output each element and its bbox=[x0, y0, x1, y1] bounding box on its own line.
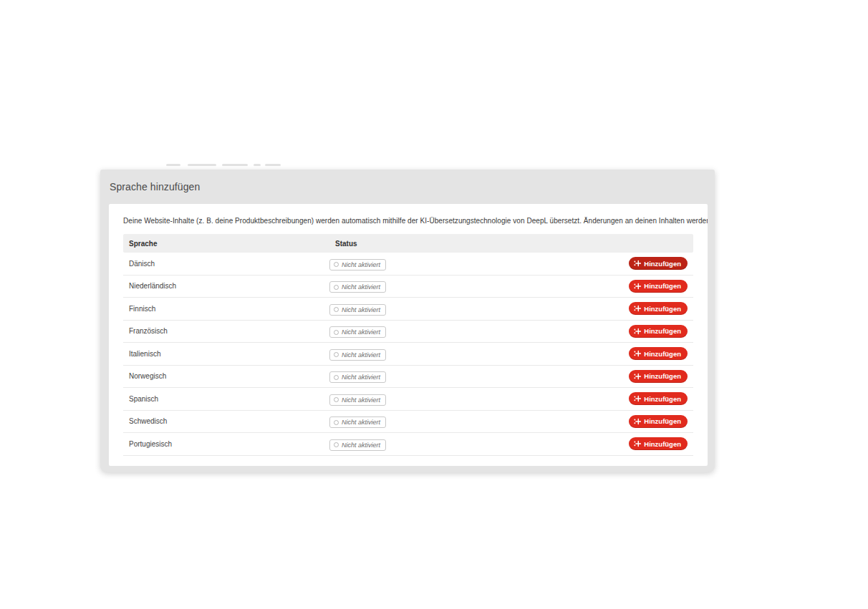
status-badge-label: Nicht aktiviert bbox=[342, 261, 380, 268]
status-badge-label: Nicht aktiviert bbox=[342, 328, 380, 336]
status-badge: Nicht aktiviert bbox=[329, 416, 386, 428]
add-button-label: Hinzufügen bbox=[644, 395, 681, 403]
add-language-button[interactable]: Hinzufügen bbox=[629, 437, 688, 450]
add-button-label: Hinzufügen bbox=[644, 327, 681, 335]
add-button-label: Hinzufügen bbox=[644, 372, 681, 380]
status-cell: Nicht aktiviert bbox=[329, 325, 629, 338]
status-cell: Nicht aktiviert bbox=[329, 280, 629, 293]
table-row: Schwedisch Nicht aktiviert Hinzufügen bbox=[123, 411, 693, 434]
status-badge-label: Nicht aktiviert bbox=[342, 374, 380, 381]
language-label: Finnisch bbox=[129, 305, 329, 313]
add-plus-icon bbox=[634, 305, 641, 312]
table-row: Italienisch Nicht aktiviert Hinzufügen bbox=[123, 343, 693, 366]
status-cell: Nicht aktiviert bbox=[329, 392, 629, 406]
column-header-language: Sprache bbox=[129, 240, 335, 248]
status-circle-icon bbox=[334, 307, 339, 312]
add-language-button[interactable]: Hinzufügen bbox=[629, 415, 688, 428]
table-row: Spanisch Nicht aktiviert Hinzufügen bbox=[123, 388, 693, 411]
add-plus-icon bbox=[634, 350, 641, 357]
add-plus-icon bbox=[634, 260, 641, 267]
status-badge-label: Nicht aktiviert bbox=[342, 396, 380, 404]
add-language-button[interactable]: Hinzufügen bbox=[629, 257, 688, 270]
language-label: Portugiesisch bbox=[129, 440, 329, 448]
add-language-button[interactable]: Hinzufügen bbox=[629, 280, 688, 293]
add-plus-icon bbox=[634, 283, 641, 290]
add-language-button[interactable]: Hinzufügen bbox=[629, 370, 688, 383]
add-plus-icon bbox=[634, 373, 641, 380]
description-row: Deine Website-Inhalte (z. B. deine Produ… bbox=[123, 217, 693, 225]
status-circle-icon bbox=[334, 262, 339, 267]
background-text-fragment bbox=[222, 164, 248, 166]
table-header: Sprache Status bbox=[123, 234, 693, 253]
status-cell: Nicht aktiviert bbox=[329, 370, 629, 384]
status-badge: Nicht aktiviert bbox=[329, 304, 386, 316]
background-text-fragment bbox=[166, 164, 180, 166]
language-label: Französisch bbox=[129, 327, 329, 335]
status-badge: Nicht aktiviert bbox=[329, 326, 386, 338]
add-button-label: Hinzufügen bbox=[644, 260, 681, 268]
modal-title: Sprache hinzufügen bbox=[110, 181, 200, 193]
status-circle-icon bbox=[334, 397, 339, 402]
language-label: Schwedisch bbox=[129, 417, 329, 425]
status-cell: Nicht aktiviert bbox=[329, 415, 629, 429]
language-label: Spanisch bbox=[129, 395, 329, 403]
add-language-modal: Sprache hinzufügen Deine Website-Inhalte… bbox=[100, 170, 715, 472]
add-language-button[interactable]: Hinzufügen bbox=[629, 392, 688, 405]
status-badge-label: Nicht aktiviert bbox=[342, 306, 380, 313]
add-button-label: Hinzufügen bbox=[644, 417, 681, 425]
background-text-fragment bbox=[188, 164, 216, 166]
table-row: Französisch Nicht aktiviert Hinzufügen bbox=[123, 321, 693, 344]
status-badge: Nicht aktiviert bbox=[329, 371, 386, 383]
status-circle-icon bbox=[334, 442, 339, 447]
table-row: Norwegisch Nicht aktiviert Hinzufügen bbox=[123, 366, 693, 389]
status-cell: Nicht aktiviert bbox=[329, 302, 629, 316]
add-button-label: Hinzufügen bbox=[644, 282, 681, 290]
add-language-button[interactable]: Hinzufügen bbox=[629, 347, 688, 360]
status-cell: Nicht aktiviert bbox=[329, 437, 629, 451]
add-plus-icon bbox=[634, 395, 641, 402]
status-cell: Nicht aktiviert bbox=[329, 347, 629, 361]
languages-table: Sprache Status Dänisch Nicht aktiviert H… bbox=[123, 234, 693, 456]
status-badge: Nicht aktiviert bbox=[329, 394, 386, 406]
status-badge: Nicht aktiviert bbox=[329, 439, 386, 451]
description-text: Deine Website-Inhalte (z. B. deine Produ… bbox=[123, 217, 708, 225]
status-badge-label: Nicht aktiviert bbox=[342, 283, 380, 291]
add-button-label: Hinzufügen bbox=[644, 305, 681, 313]
status-badge-label: Nicht aktiviert bbox=[342, 351, 380, 359]
table-row: Finnisch Nicht aktiviert Hinzufügen bbox=[123, 298, 693, 321]
column-header-status: Status bbox=[335, 240, 688, 248]
language-label: Niederländisch bbox=[129, 282, 329, 290]
status-badge: Nicht aktiviert bbox=[329, 349, 386, 361]
add-button-label: Hinzufügen bbox=[644, 350, 681, 358]
language-rows: Dänisch Nicht aktiviert Hinzufügen Niede… bbox=[123, 253, 693, 456]
table-row: Niederländisch Nicht aktiviert Hinzufüge… bbox=[123, 276, 693, 298]
add-language-button[interactable]: Hinzufügen bbox=[629, 325, 688, 338]
background-text-fragment bbox=[254, 164, 261, 166]
status-circle-icon bbox=[334, 420, 339, 425]
language-label: Norwegisch bbox=[129, 372, 329, 380]
table-row: Dänisch Nicht aktiviert Hinzufügen bbox=[123, 253, 693, 276]
modal-header: Sprache hinzufügen bbox=[100, 170, 715, 204]
status-circle-icon bbox=[334, 285, 339, 290]
language-label: Italienisch bbox=[129, 350, 329, 358]
status-circle-icon bbox=[334, 352, 339, 357]
status-circle-icon bbox=[334, 330, 339, 335]
status-badge: Nicht aktiviert bbox=[329, 259, 386, 271]
status-cell: Nicht aktiviert bbox=[329, 257, 629, 271]
table-row: Portugiesisch Nicht aktiviert Hinzufügen bbox=[123, 433, 693, 456]
background-text-fragment bbox=[265, 164, 281, 166]
status-badge-label: Nicht aktiviert bbox=[342, 442, 380, 449]
add-plus-icon bbox=[634, 418, 641, 425]
add-button-label: Hinzufügen bbox=[644, 440, 681, 448]
add-plus-icon bbox=[634, 328, 641, 335]
status-circle-icon bbox=[334, 375, 339, 380]
add-plus-icon bbox=[634, 440, 641, 447]
status-badge-label: Nicht aktiviert bbox=[342, 419, 380, 426]
language-label: Dänisch bbox=[129, 260, 329, 268]
status-badge: Nicht aktiviert bbox=[329, 281, 386, 293]
modal-content-panel: Deine Website-Inhalte (z. B. deine Produ… bbox=[109, 204, 708, 466]
add-language-button[interactable]: Hinzufügen bbox=[629, 302, 688, 315]
